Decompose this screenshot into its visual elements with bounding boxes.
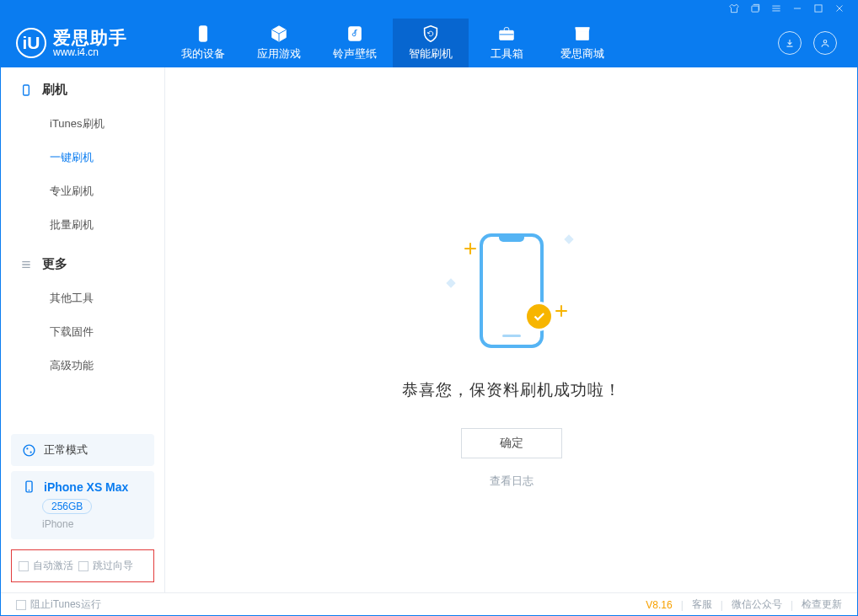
device-capacity: 256GB [42, 499, 92, 514]
nav-tabs: 我的设备 应用游戏 铃声壁纸 智能刷机 工具箱 爱思商城 [165, 19, 764, 67]
highlighted-options-box: 自动激活 跳过向导 [11, 549, 154, 582]
device-name: iPhone XS Max [44, 480, 128, 494]
download-circle-icon[interactable] [778, 31, 802, 55]
svg-rect-3 [349, 27, 362, 41]
svg-rect-1 [815, 5, 822, 12]
svg-point-7 [24, 445, 35, 456]
check-icon [524, 302, 554, 331]
content-area: 恭喜您，保资料刷机成功啦！ 确定 查看日志 [165, 67, 857, 592]
tab-store[interactable]: 爱思商城 [544, 19, 620, 67]
header-right [764, 31, 857, 55]
checkbox-label: 跳过向导 [93, 559, 133, 573]
sidebar-item-itunes-flash[interactable]: iTunes刷机 [1, 107, 164, 141]
mode-card[interactable]: 正常模式 [11, 434, 154, 466]
svg-rect-0 [752, 6, 759, 12]
menu-icon[interactable] [770, 3, 782, 17]
toolbox-icon [497, 24, 516, 43]
tab-label: 我的设备 [181, 46, 225, 62]
tab-ringtone-wallpaper[interactable]: 铃声壁纸 [317, 19, 393, 67]
link-support[interactable]: 客服 [692, 597, 712, 612]
tab-my-device[interactable]: 我的设备 [165, 19, 241, 67]
device-card[interactable]: iPhone XS Max 256GB iPhone [11, 471, 154, 539]
mode-icon [22, 443, 36, 458]
svg-point-8 [26, 447, 28, 449]
statusbar: 阻止iTunes运行 V8.16 | 客服 | 微信公众号 | 检查更新 [1, 592, 857, 616]
checkbox-auto-activate[interactable]: 自动激活 [19, 559, 73, 573]
tab-label: 应用游戏 [257, 46, 301, 62]
checkbox-label: 自动激活 [33, 559, 73, 573]
device-type: iPhone [42, 518, 73, 530]
titlebar [1, 1, 857, 19]
version-label: V8.16 [646, 599, 672, 611]
sidebar-section-more: 更多 [1, 247, 164, 281]
header: iU 爱思助手 www.i4.cn 我的设备 应用游戏 铃声壁纸 智能刷机 工具… [1, 19, 857, 67]
sidebar-item-advanced[interactable]: 高级功能 [1, 349, 164, 383]
svg-rect-4 [500, 30, 514, 40]
link-wechat[interactable]: 微信公众号 [732, 597, 782, 612]
tab-label: 工具箱 [491, 46, 523, 62]
sidebar-section-flash: 刷机 [1, 72, 164, 107]
shield-refresh-icon [421, 24, 440, 43]
music-icon [346, 24, 364, 43]
maximize-button[interactable] [812, 3, 824, 17]
checkbox-skip-guide[interactable]: 跳过向导 [78, 559, 133, 573]
section-title: 更多 [42, 256, 67, 272]
svg-rect-2 [199, 26, 206, 41]
layers-icon[interactable] [749, 3, 761, 17]
app-subtitle: www.i4.cn [53, 47, 127, 58]
section-title: 刷机 [42, 82, 67, 98]
success-message: 恭喜您，保资料刷机成功啦！ [402, 379, 621, 401]
svg-rect-6 [24, 85, 29, 95]
store-icon [573, 24, 592, 43]
minimize-button[interactable] [791, 3, 803, 17]
main-area: 刷机 iTunes刷机 一键刷机 专业刷机 批量刷机 更多 其他工具 下载固件 … [1, 67, 857, 592]
svg-point-9 [30, 451, 32, 453]
link-check-update[interactable]: 检查更新 [802, 597, 842, 612]
cube-icon [270, 24, 288, 43]
view-log-link[interactable]: 查看日志 [490, 474, 534, 489]
list-icon [19, 258, 33, 271]
shirt-icon[interactable] [728, 3, 740, 17]
device-small-icon [22, 479, 36, 494]
sidebar-item-download-firmware[interactable]: 下载固件 [1, 315, 164, 349]
sidebar: 刷机 iTunes刷机 一键刷机 专业刷机 批量刷机 更多 其他工具 下载固件 … [1, 67, 165, 592]
close-button[interactable] [834, 3, 845, 17]
tab-label: 铃声壁纸 [333, 46, 377, 62]
user-circle-icon[interactable] [813, 31, 837, 55]
sidebar-item-batch-flash[interactable]: 批量刷机 [1, 208, 164, 242]
tab-toolbox[interactable]: 工具箱 [469, 19, 544, 67]
mode-label: 正常模式 [44, 442, 88, 458]
sidebar-item-other-tools[interactable]: 其他工具 [1, 281, 164, 315]
tab-label: 智能刷机 [409, 46, 453, 62]
tab-smart-flash[interactable]: 智能刷机 [393, 19, 469, 67]
sidebar-item-pro-flash[interactable]: 专业刷机 [1, 174, 164, 208]
svg-point-5 [823, 40, 827, 44]
ok-button[interactable]: 确定 [461, 428, 562, 458]
checkbox-block-itunes[interactable]: 阻止iTunes运行 [16, 597, 101, 612]
success-illustration [444, 228, 579, 354]
device-icon [194, 24, 212, 43]
sidebar-item-one-click-flash[interactable]: 一键刷机 [1, 141, 164, 174]
logo-area: iU 爱思助手 www.i4.cn [1, 28, 165, 58]
logo-icon: iU [16, 28, 46, 58]
phone-icon [19, 83, 33, 97]
app-title: 爱思助手 [53, 29, 127, 47]
tab-apps-games[interactable]: 应用游戏 [241, 19, 317, 67]
checkbox-label: 阻止iTunes运行 [30, 597, 101, 612]
tab-label: 爱思商城 [560, 46, 604, 62]
